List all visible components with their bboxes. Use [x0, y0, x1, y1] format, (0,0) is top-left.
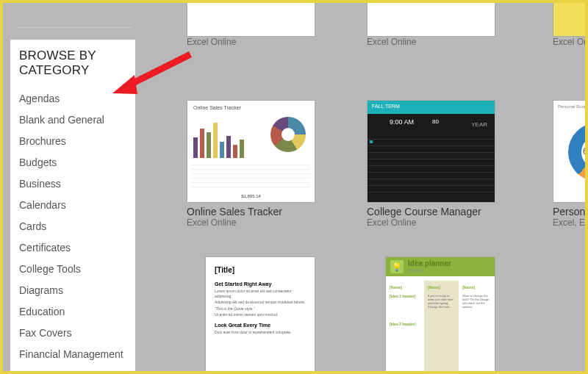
template-thumb: FALL TERM 9:00 AM 80 YEAR [367, 100, 495, 203]
template-thumb: Online Sales Tracker $1,895.14 [187, 100, 315, 203]
doc-text: Lorem ipsum dolor sit amet elit sed cons… [206, 288, 315, 299]
thumb-percentage: 62% [583, 146, 585, 157]
category-agendas[interactable]: Agendas [19, 87, 128, 109]
category-fax-covers[interactable]: Fax Covers [19, 322, 128, 343]
template-app: Excel Online [367, 37, 495, 47]
category-business[interactable]: Business [19, 173, 128, 194]
template-thumb [367, 3, 495, 37]
template-app: Excel Online [367, 217, 495, 228]
thumb-subtitle: [ChartArt] [408, 268, 423, 273]
thumb-minutes: 80 [432, 118, 439, 125]
thumb-header: 💡 Idea planner [ChartArt] [386, 257, 495, 276]
template-thumb: [Title] Get Started Right Away Lorem ips… [205, 256, 315, 371]
doc-text: Duis aute irure dolor in reprehenderit v… [206, 329, 315, 336]
thumb-time: 9:00 AM [390, 118, 414, 126]
thumb-year: YEAR [471, 121, 487, 128]
category-flyers[interactable]: Flyers [19, 364, 128, 371]
thumb-title: Online Sales Tracker [193, 105, 241, 110]
sidebar-heading: BROWSE BY CATEGORY [19, 48, 128, 77]
category-certificates[interactable]: Certificates [19, 237, 128, 258]
template-thumb [187, 3, 315, 37]
col-label: [Name] [390, 285, 420, 290]
template-app: Excel Onl [553, 37, 585, 47]
doc-heading: Get Started Right Away [206, 277, 315, 288]
thumb-header: FALL TERM [368, 101, 495, 114]
template-make-a-list[interactable]: Make a List Excel Online [187, 22, 315, 47]
category-list: Agendas Blank and General Brochures Budg… [19, 87, 128, 371]
schedule-rows [368, 139, 495, 198]
category-diagrams[interactable]: Diagrams [19, 279, 128, 301]
thumb-total: $1,895.14 [241, 194, 261, 198]
category-cards[interactable]: Cards [19, 215, 128, 237]
col-label: [Name] [428, 285, 455, 290]
category-blank-and-general[interactable]: Blank and General [19, 109, 128, 130]
category-education[interactable]: Education [19, 301, 128, 322]
template-app: Excel, Ex [553, 217, 585, 228]
template-name: Persona [553, 206, 585, 217]
bar-chart-icon [193, 115, 251, 158]
category-sidebar: BROWSE BY CATEGORY Agendas Blank and Gen… [10, 40, 135, 371]
doc-text: Adipiscing elit sed do eiusmod tempor in… [206, 299, 315, 306]
category-financial-management[interactable]: Financial Management [19, 343, 128, 364]
pie-chart-icon [270, 117, 306, 152]
template-idea-planner[interactable]: 💡 Idea planner [ChartArt] [Name] [Idea 1… [385, 256, 495, 371]
table-icon [192, 161, 310, 198]
template-app: Excel Online [187, 37, 315, 47]
doc-heading: Look Great Every Time [206, 318, 315, 329]
category-brochures[interactable]: Brochures [19, 130, 128, 151]
template-online-sales-tracker[interactable]: Online Sales Tracker $1,895.14 Onli [187, 100, 315, 228]
sidebar-heading-line1: BROWSE BY [19, 48, 96, 62]
template-thumb: 💡 Idea planner [ChartArt] [Name] [Idea 1… [385, 256, 495, 371]
template-thumb [553, 3, 585, 37]
sidebar-heading-line2: CATEGORY [19, 63, 89, 77]
template-12-month-calendar[interactable]: 12-Month Calendar Excel Online [367, 22, 495, 47]
doc-text: Ut enim ad minim veniam quis nostrud. [206, 312, 315, 318]
idea-label: [Idea 2 header] [390, 322, 420, 326]
category-budgets[interactable]: Budgets [19, 151, 128, 173]
doc-quote: "This is the Quote style." [206, 306, 315, 312]
template-app: Excel Online [187, 217, 315, 228]
category-college-tools[interactable]: College Tools [19, 258, 128, 279]
idea-label: [Idea 1 header] [390, 294, 420, 298]
template-college-course-manager[interactable]: FALL TERM 9:00 AM 80 YEAR [367, 100, 495, 228]
template-personal-budget[interactable]: Personal Budget 62% Persona Excel, Ex [553, 100, 585, 228]
template-name: Online Sales Tracker [187, 206, 315, 217]
lightbulb-icon: 💡 [390, 260, 404, 273]
thumb-title: Idea planner [408, 259, 451, 267]
template-gallery: Make a List Excel Online 12-Month Calend… [187, 3, 585, 371]
template-thumb: Personal Budget 62% [553, 100, 585, 203]
thumb-columns: [Name] [Idea 1 header] [Idea 2 header] [… [386, 281, 495, 371]
template-name: College Course Manager [367, 206, 495, 217]
col-label: [Name] [462, 285, 491, 290]
template-household[interactable]: Househ Excel Onl [553, 22, 585, 47]
category-calendars[interactable]: Calendars [19, 194, 128, 215]
doc-title: [Title] [206, 257, 315, 277]
thumb-header: Personal Budget [553, 101, 585, 112]
template-document[interactable]: [Title] Get Started Right Away Lorem ips… [205, 256, 315, 371]
